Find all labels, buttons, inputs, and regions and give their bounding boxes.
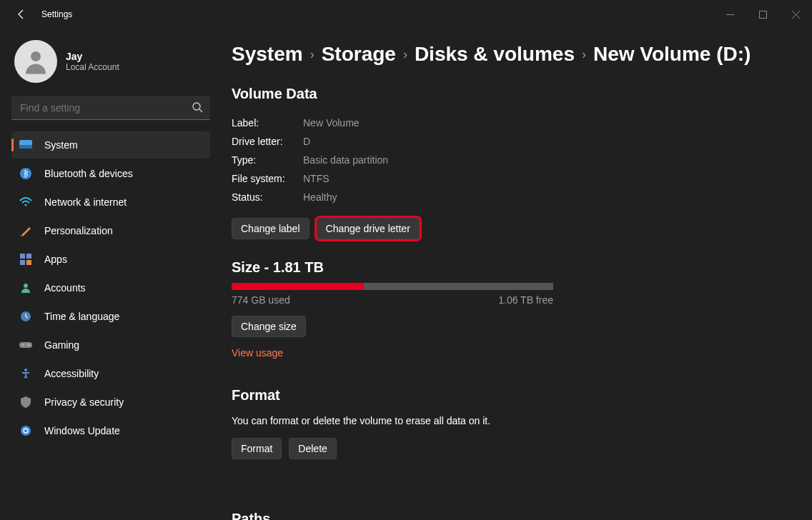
sidebar-item-label: Bluetooth & devices xyxy=(44,168,133,179)
shield-icon xyxy=(19,395,33,409)
svg-rect-10 xyxy=(26,260,31,265)
sidebar-item-windows-update[interactable]: Windows Update xyxy=(11,417,210,444)
svg-rect-13 xyxy=(19,342,32,348)
paintbrush-icon xyxy=(19,224,33,238)
sidebar-item-personalization[interactable]: Personalization xyxy=(11,217,210,244)
chevron-right-icon: › xyxy=(403,47,407,62)
sidebar-item-network[interactable]: Network & internet xyxy=(11,189,210,216)
change-size-button[interactable]: Change size xyxy=(232,316,306,337)
paths-heading: Paths xyxy=(232,511,783,520)
system-icon xyxy=(19,138,33,152)
format-button[interactable]: Format xyxy=(232,438,282,459)
sidebar-item-gaming[interactable]: Gaming xyxy=(11,331,210,359)
svg-point-14 xyxy=(22,344,24,346)
back-button[interactable] xyxy=(11,4,31,24)
breadcrumb: System › Storage › Disks & volumes › New… xyxy=(232,43,783,66)
clock-icon xyxy=(19,309,33,324)
breadcrumb-disks[interactable]: Disks & volumes xyxy=(415,43,575,66)
accessibility-icon xyxy=(19,366,33,381)
storage-usage-bar xyxy=(232,283,553,290)
search-input[interactable] xyxy=(11,96,210,120)
format-description: You can format or delete the volume to e… xyxy=(232,415,783,426)
type-key: Type: xyxy=(232,151,303,169)
wifi-icon xyxy=(19,195,33,209)
sidebar-item-privacy[interactable]: Privacy & security xyxy=(11,389,210,416)
label-value: New Volume xyxy=(303,114,360,132)
view-usage-link[interactable]: View usage xyxy=(232,347,283,359)
status-key: Status: xyxy=(232,188,303,206)
svg-rect-0 xyxy=(759,11,766,18)
user-name: Jay xyxy=(66,51,119,62)
sidebar-item-label: Windows Update xyxy=(44,425,120,436)
svg-point-6 xyxy=(25,204,27,206)
search-icon xyxy=(192,101,203,116)
minimize-button[interactable] xyxy=(713,0,746,29)
status-value: Healthy xyxy=(303,188,337,206)
update-icon xyxy=(19,424,33,438)
svg-rect-4 xyxy=(19,145,32,149)
maximize-button[interactable] xyxy=(746,0,779,29)
sidebar-item-accessibility[interactable]: Accessibility xyxy=(11,360,210,387)
type-value: Basic data partition xyxy=(303,151,388,169)
sidebar-item-label: Gaming xyxy=(44,339,79,351)
sidebar-item-time-language[interactable]: Time & language xyxy=(11,303,210,330)
svg-point-15 xyxy=(28,344,29,346)
label-key: Label: xyxy=(232,114,303,132)
user-subtitle: Local Account xyxy=(66,62,119,72)
chevron-right-icon: › xyxy=(310,47,315,62)
svg-point-11 xyxy=(24,284,28,288)
change-label-button[interactable]: Change label xyxy=(232,218,310,239)
avatar xyxy=(14,40,57,83)
breadcrumb-storage[interactable]: Storage xyxy=(322,43,396,66)
sidebar-item-label: Accounts xyxy=(44,282,86,294)
svg-rect-9 xyxy=(20,260,25,265)
sidebar-item-label: Apps xyxy=(44,254,67,265)
chevron-right-icon: › xyxy=(582,47,586,62)
sidebar-item-system[interactable]: System xyxy=(11,131,210,159)
format-heading: Format xyxy=(232,387,783,404)
drive-letter-value: D xyxy=(303,132,310,151)
svg-point-17 xyxy=(21,426,31,436)
user-profile[interactable]: Jay Local Account xyxy=(11,33,210,96)
sidebar-item-accounts[interactable]: Accounts xyxy=(11,274,210,301)
size-heading: Size - 1.81 TB xyxy=(232,259,783,276)
apps-icon xyxy=(19,252,33,266)
person-icon xyxy=(19,281,33,295)
svg-point-16 xyxy=(24,369,27,371)
window-title: Settings xyxy=(41,9,72,19)
sidebar-item-label: System xyxy=(44,139,78,151)
sidebar-item-apps[interactable]: Apps xyxy=(11,246,210,273)
sidebar-item-label: Personalization xyxy=(44,225,113,236)
gamepad-icon xyxy=(19,338,33,352)
drive-letter-key: Drive letter: xyxy=(232,132,303,151)
filesystem-key: File system: xyxy=(232,169,303,188)
bluetooth-icon xyxy=(19,166,33,181)
breadcrumb-current: New Volume (D:) xyxy=(593,43,751,66)
sidebar-item-label: Time & language xyxy=(44,311,119,322)
svg-point-2 xyxy=(193,103,200,110)
filesystem-value: NTFS xyxy=(303,169,330,188)
breadcrumb-system[interactable]: System xyxy=(232,43,303,66)
free-label: 1.06 TB free xyxy=(498,294,553,306)
sidebar-item-bluetooth[interactable]: Bluetooth & devices xyxy=(11,160,210,187)
sidebar-item-label: Privacy & security xyxy=(44,396,124,408)
sidebar-item-label: Network & internet xyxy=(44,196,127,208)
sidebar-item-label: Accessibility xyxy=(44,368,99,379)
used-label: 774 GB used xyxy=(232,294,290,306)
delete-button[interactable]: Delete xyxy=(289,438,336,459)
svg-point-1 xyxy=(31,51,41,61)
svg-rect-7 xyxy=(20,254,25,259)
close-button[interactable] xyxy=(779,0,812,29)
volume-data-heading: Volume Data xyxy=(232,86,783,102)
svg-rect-8 xyxy=(26,254,31,259)
change-drive-letter-button[interactable]: Change drive letter xyxy=(317,218,420,239)
